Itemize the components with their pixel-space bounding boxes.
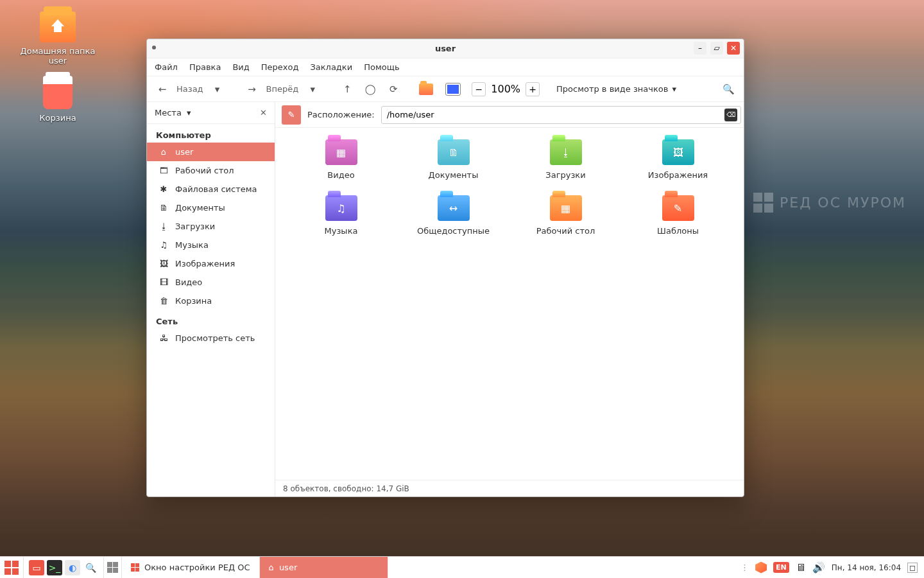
home-folder-icon xyxy=(40,12,76,42)
sidebar-item[interactable]: ✱Файловая система xyxy=(147,180,275,198)
file-item[interactable]: ▦Видео xyxy=(288,139,394,180)
tray-network-icon[interactable]: 🖥 xyxy=(796,561,806,574)
window-close-button[interactable]: ✕ xyxy=(727,42,740,55)
sidebar-item[interactable]: 🖼Изображения xyxy=(147,254,275,273)
tray-volume-icon[interactable]: 🔊 xyxy=(812,561,825,574)
window-minimize-button[interactable]: – xyxy=(694,42,706,55)
os-watermark: РЕД ОС МУРОМ xyxy=(753,193,906,213)
taskbar: ▭ >_ ◐ 🔍 Окно настройки РЕД ОС⌂user ⋮ EN… xyxy=(0,556,924,578)
sidebar-section-title: Сеть xyxy=(147,310,275,329)
view-mode-label: Просмотр в виде значков xyxy=(556,84,668,94)
main-pane: ✎ Расположение: ⌫ ▦Видео🗎Документы⭳Загру… xyxy=(275,102,744,496)
zoom-out-button[interactable]: − xyxy=(472,82,486,96)
view-mode-select[interactable]: Просмотр в виде значков ▾ xyxy=(556,84,676,94)
sidebar-item[interactable]: ⭳Загрузки xyxy=(147,217,275,236)
file-item-label: Шаблоны xyxy=(657,226,699,236)
location-clear-button[interactable]: ⌫ xyxy=(724,109,737,121)
sidebar-item-label: Файловая система xyxy=(175,184,257,194)
sidebar-item-label: Рабочий стол xyxy=(175,166,234,175)
sidebar-section-title: Компьютер xyxy=(147,124,275,143)
nav-forward-button[interactable]: → xyxy=(243,80,261,98)
menu-bookmarks[interactable]: Закладки xyxy=(310,62,352,72)
trash-icon xyxy=(43,76,73,109)
location-label: Расположение: xyxy=(307,110,375,119)
quicklaunch-terminal-icon[interactable]: >_ xyxy=(47,560,62,575)
file-item[interactable]: 🗎Документы xyxy=(400,139,506,180)
sidebar-item-icon: ✱ xyxy=(158,184,169,194)
menu-view[interactable]: Вид xyxy=(232,62,249,72)
go-computer-icon[interactable] xyxy=(446,83,460,95)
search-button[interactable]: 🔍 xyxy=(719,80,737,98)
nav-up-button[interactable]: ↑ xyxy=(338,80,356,98)
tray-clock[interactable]: Пн, 14 ноя, 16:04 xyxy=(832,563,901,572)
folder-icon: ♫ xyxy=(325,195,357,221)
file-item[interactable]: ♫Музыка xyxy=(288,195,394,236)
zoom-in-button[interactable]: + xyxy=(526,82,540,96)
sidebar-item[interactable]: ♫Музыка xyxy=(147,236,275,254)
zoom-level: 100% xyxy=(491,83,520,95)
tray-app-icon[interactable] xyxy=(755,562,767,574)
folder-icon: ⭳ xyxy=(550,139,582,165)
chevron-down-icon: ▾ xyxy=(672,84,676,94)
quicklaunch-files-icon[interactable]: ▭ xyxy=(29,560,44,575)
status-bar: 8 объектов, свободно: 14,7 GiB xyxy=(275,480,744,496)
watermark-text: РЕД ОС МУРОМ xyxy=(780,195,906,211)
window-maximize-button[interactable]: ▱ xyxy=(710,42,723,55)
sidebar-item-icon: 🗔 xyxy=(158,166,169,175)
file-item[interactable]: ⭳Загрузки xyxy=(513,139,619,180)
desktop-icon-home[interactable]: Домашняя папка user xyxy=(13,12,103,66)
nav-reload-button[interactable]: ⟳ xyxy=(384,80,402,98)
menu-file[interactable]: Файл xyxy=(155,62,178,72)
sidebar-item[interactable]: 🖧Просмотреть сеть xyxy=(147,329,275,347)
folder-icon: 🖼 xyxy=(662,139,694,165)
location-edit-button[interactable]: ✎ xyxy=(282,105,301,125)
sidebar-item[interactable]: 🗔Рабочий стол xyxy=(147,161,275,180)
desktop-icon-trash[interactable]: Корзина xyxy=(13,76,103,123)
window-menu-icon[interactable] xyxy=(152,46,156,49)
system-tray: ⋮ EN 🖥 🔊 Пн, 14 ноя, 16:04 ◻ xyxy=(734,557,924,578)
sidebar-close-button[interactable]: ✕ xyxy=(260,108,267,118)
folder-icon: ✎ xyxy=(662,195,694,221)
nav-stop-button[interactable]: ◯ xyxy=(361,80,379,98)
sidebar-item[interactable]: 🗑Корзина xyxy=(147,292,275,310)
quicklaunch-search-icon[interactable]: 🔍 xyxy=(83,560,98,575)
sidebar-item-icon: 🗎 xyxy=(158,203,169,213)
start-menu-button[interactable] xyxy=(0,557,23,579)
location-bar: ✎ Расположение: ⌫ xyxy=(275,102,744,128)
workspace-switcher[interactable] xyxy=(104,557,122,578)
menu-edit[interactable]: Правка xyxy=(189,62,221,72)
sidebar-item-icon: 🖧 xyxy=(158,333,169,343)
task-app-icon xyxy=(131,563,139,572)
quick-launch: ▭ >_ ◐ 🔍 xyxy=(23,557,104,578)
menu-help[interactable]: Помощь xyxy=(364,62,399,72)
file-item[interactable]: ▦Рабочий стол xyxy=(513,195,619,236)
sidebar-panel-dropdown[interactable]: ▾ xyxy=(187,108,191,118)
tray-language-indicator[interactable]: EN xyxy=(773,562,789,573)
file-item-label: Видео xyxy=(327,170,354,180)
location-input[interactable] xyxy=(381,106,741,124)
quicklaunch-browser-icon[interactable]: ◐ xyxy=(65,560,80,575)
taskbar-task[interactable]: Окно настройки РЕД ОС xyxy=(122,557,260,578)
file-item-label: Общедоступные xyxy=(417,226,490,236)
menu-go[interactable]: Переход xyxy=(261,62,299,72)
folder-icon: ↔ xyxy=(438,195,470,221)
folder-icon: ▦ xyxy=(325,139,357,165)
file-item-label: Документы xyxy=(429,170,479,180)
file-item[interactable]: ✎Шаблоны xyxy=(625,195,731,236)
sidebar-item-label: Загрузки xyxy=(175,222,215,231)
icon-view[interactable]: ▦Видео🗎Документы⭳Загрузки🖼Изображения♫Му… xyxy=(275,128,744,480)
window-titlebar[interactable]: user – ▱ ✕ xyxy=(147,39,744,58)
file-item[interactable]: 🖼Изображения xyxy=(625,139,731,180)
nav-back-button[interactable]: ← xyxy=(153,80,171,98)
sidebar-item[interactable]: 🗎Документы xyxy=(147,198,275,217)
sidebar-item[interactable]: ⌂user xyxy=(147,143,275,161)
taskbar-task[interactable]: ⌂user xyxy=(260,557,388,578)
sidebar-item-label: Просмотреть сеть xyxy=(175,333,255,343)
sidebar-item[interactable]: 🎞Видео xyxy=(147,273,275,292)
tray-show-desktop-icon[interactable]: ◻ xyxy=(907,563,918,573)
nav-back-dropdown[interactable]: ▾ xyxy=(209,80,227,98)
go-home-icon[interactable] xyxy=(419,83,433,95)
sidebar-item-label: user xyxy=(175,147,193,157)
file-item[interactable]: ↔Общедоступные xyxy=(400,195,506,236)
nav-forward-dropdown[interactable]: ▾ xyxy=(304,80,321,98)
